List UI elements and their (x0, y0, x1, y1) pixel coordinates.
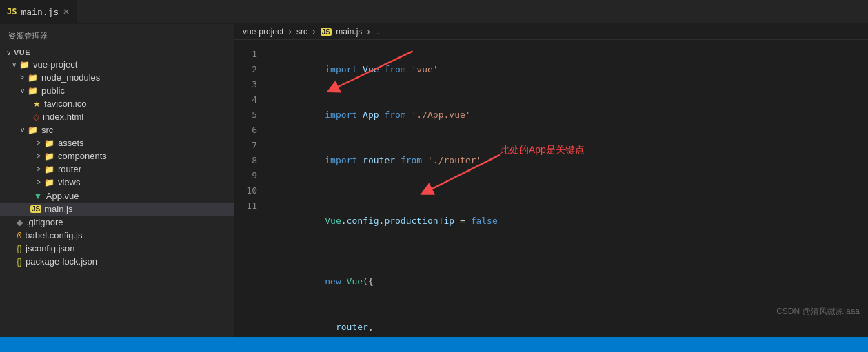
sidebar-item-index-html[interactable]: ◇ index.html (0, 110, 234, 123)
sidebar-item-gitignore[interactable]: ◆ .gitignore (0, 216, 234, 229)
chevron-icon (17, 74, 28, 81)
breadcrumb: vue-project › src › JS main.js › ... (234, 24, 868, 40)
sidebar-item-router[interactable]: 📁 router (0, 163, 234, 176)
folder-icon: 📁 (28, 73, 38, 83)
folder-icon: 📁 (44, 178, 54, 187)
code-line-5: Vue.config.productionTip = false (271, 198, 868, 244)
chevron-icon (33, 165, 44, 173)
chevron-icon (33, 152, 44, 160)
item-label: babel.config.js (25, 230, 82, 240)
code-line-4 (271, 183, 868, 198)
item-label: router (58, 164, 81, 174)
chevron-icon (17, 87, 28, 94)
html-icon: ◇ (33, 112, 39, 122)
sidebar-item-vue-project[interactable]: 📁 vue-project (0, 58, 234, 71)
sidebar: 资源管理器 VUE 📁 vue-project 📁 node_modules 📁… (0, 24, 234, 337)
sidebar-item-src[interactable]: 📁 src (0, 123, 234, 136)
item-label: views (58, 177, 81, 187)
tab-label: main.js (21, 7, 59, 17)
watermark-text: CSDN @清风微凉 aaa (776, 307, 860, 316)
code-line-2: import App from './App.vue' (271, 92, 868, 138)
code-line-6 (271, 244, 868, 259)
item-label: src (41, 125, 53, 135)
chevron-icon (17, 126, 28, 134)
folder-icon: 📁 (44, 138, 54, 148)
item-label: public (41, 85, 65, 96)
folder-icon: 📁 (28, 86, 38, 96)
folder-icon: 📁 (19, 60, 30, 70)
breadcrumb-part2: src (296, 27, 307, 37)
item-label: assets (58, 138, 84, 148)
main-js-tab[interactable]: JS main.js × (0, 0, 77, 24)
sidebar-item-assets[interactable]: 📁 assets (0, 136, 234, 149)
sidebar-item-package-lock[interactable]: {} package-lock.json (0, 255, 234, 268)
sidebar-item-public[interactable]: 📁 public (0, 84, 234, 97)
chevron-icon (3, 49, 14, 56)
favicon-icon: ★ (33, 99, 41, 109)
section-label: VUE (14, 48, 30, 56)
breadcrumb-part3: JS main.js (321, 27, 363, 37)
item-label: vue-project (33, 59, 77, 70)
js-file-icon: JS (7, 7, 17, 17)
item-label: jsconfig.json (26, 243, 75, 253)
item-label: components (58, 151, 107, 161)
vue-icon: ▼ (33, 190, 43, 201)
item-label: App.vue (46, 191, 79, 201)
folder-icon: 📁 (44, 152, 54, 161)
csdn-watermark: CSDN @清风微凉 aaa (776, 306, 860, 318)
sidebar-section-vue[interactable]: VUE (0, 47, 234, 58)
babel-icon: ß (17, 231, 21, 240)
gitignore-icon: ◆ (17, 218, 23, 227)
sidebar-item-main-js[interactable]: JS main.js (0, 203, 234, 216)
json-icon: {} (17, 257, 22, 267)
chevron-icon (8, 61, 19, 68)
main-layout: 资源管理器 VUE 📁 vue-project 📁 node_modules 📁… (0, 24, 868, 337)
sidebar-item-components[interactable]: 📁 components (0, 149, 234, 163)
sidebar-item-app-vue[interactable]: ▼ App.vue (0, 189, 234, 203)
folder-icon: 📁 (28, 125, 38, 135)
breadcrumb-part4: ... (375, 27, 382, 37)
code-line-7: new Vue({ (271, 259, 868, 304)
item-label: package-lock.json (26, 256, 97, 267)
annotation-text: 此处的App是关键点 (500, 142, 585, 157)
sidebar-item-views[interactable]: 📁 views (0, 176, 234, 189)
code-editor[interactable]: 1 2 3 4 5 6 7 8 9 10 11 import Vue from … (234, 40, 868, 337)
breadcrumb-part1: vue-project (243, 27, 283, 37)
item-label: favicon.ico (44, 99, 86, 109)
code-line-1: import Vue from 'vue' (271, 47, 868, 92)
chevron-icon (33, 178, 44, 186)
sidebar-item-babel[interactable]: ß babel.config.js (0, 229, 234, 242)
tab-close-button[interactable]: × (63, 6, 70, 17)
editor-area: vue-project › src › JS main.js › ... 1 2… (234, 24, 868, 337)
chevron-icon (33, 139, 44, 147)
js-icon: JS (30, 205, 41, 213)
sidebar-header: 资源管理器 (0, 28, 234, 47)
json-icon: {} (17, 244, 22, 253)
sidebar-item-favicon[interactable]: ★ favicon.ico (0, 97, 234, 110)
status-bar (0, 337, 868, 352)
item-label: node_modules (41, 72, 100, 83)
sidebar-item-node-modules[interactable]: 📁 node_modules (0, 71, 234, 84)
item-label: .gitignore (26, 217, 63, 227)
item-label: index.html (43, 112, 83, 122)
sidebar-item-jsconfig[interactable]: {} jsconfig.json (0, 242, 234, 255)
line-numbers: 1 2 3 4 5 6 7 8 9 10 11 (234, 40, 265, 337)
tab-bar: JS main.js × (0, 0, 868, 24)
folder-icon: 📁 (44, 165, 54, 174)
code-content[interactable]: import Vue from 'vue' import App from '.… (265, 40, 868, 337)
item-label: main.js (44, 204, 72, 214)
